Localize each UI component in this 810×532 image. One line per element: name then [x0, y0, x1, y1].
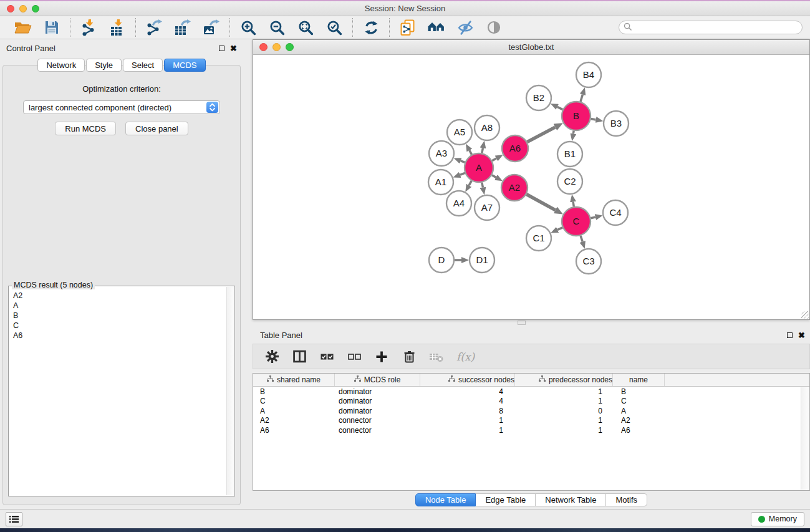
tab-edge-table[interactable]: Edge Table [476, 493, 536, 506]
table-cell[interactable]: dominator [335, 387, 420, 396]
search-box[interactable] [619, 21, 803, 34]
table-cell[interactable]: dominator [335, 407, 420, 415]
column-header-successor-nodes[interactable]: successor nodes [420, 374, 515, 386]
graph-edge-A-A4[interactable] [469, 181, 471, 185]
table-cell[interactable]: connector [335, 426, 420, 435]
table-cell[interactable]: 1 [515, 426, 613, 435]
result-item[interactable]: A [13, 301, 223, 311]
column-header-predecessor-nodes[interactable]: predecessor nodes [515, 374, 613, 386]
tab-mcds[interactable]: MCDS [164, 59, 205, 72]
deselect-all-checkboxes-icon[interactable] [347, 349, 362, 364]
table-cell[interactable]: dominator [335, 397, 420, 405]
table-row[interactable]: A2connector11A2 [253, 416, 809, 426]
zoom-selected-icon[interactable] [325, 18, 344, 37]
table-cell[interactable]: C [253, 397, 335, 405]
table-cell[interactable]: 4 [420, 387, 515, 396]
graph-node-D[interactable]: D [429, 248, 454, 273]
table-cell[interactable]: 1 [515, 416, 613, 425]
split-grip-horizontal[interactable] [518, 321, 526, 325]
graph-node-A[interactable]: A [465, 153, 493, 182]
hide-selected-icon[interactable] [456, 18, 475, 37]
apply-layout-icon[interactable] [362, 18, 380, 37]
result-item[interactable]: A6 [13, 331, 223, 341]
memory-button[interactable]: Memory [751, 512, 804, 526]
table-cell[interactable]: A2 [253, 416, 335, 425]
delete-row-icon[interactable] [402, 349, 417, 364]
graph-edge-C-C2[interactable] [573, 202, 574, 207]
table-row[interactable]: Adominator80A [253, 406, 809, 416]
table-cell[interactable]: A2 [613, 416, 665, 425]
result-item[interactable]: C [13, 321, 223, 331]
graph-edge-B-B1[interactable] [573, 131, 574, 134]
zoom-out-icon[interactable] [268, 18, 286, 37]
criterion-dropdown[interactable]: largest connected component (directed) [23, 100, 220, 114]
table-cell[interactable]: 0 [515, 407, 613, 415]
export-image-icon[interactable] [202, 18, 221, 37]
tab-select[interactable]: Select [123, 59, 163, 72]
graph-edge-B-B3[interactable] [591, 118, 596, 119]
graph-node-A1[interactable]: A1 [428, 170, 453, 195]
search-input[interactable] [635, 22, 798, 32]
graph-node-A7[interactable]: A7 [475, 195, 499, 220]
close-panel-icon[interactable]: ✖ [230, 46, 237, 51]
graph-node-B3[interactable]: B3 [604, 111, 629, 136]
zoom-in-icon[interactable] [239, 18, 258, 37]
graph-edge-C-C1[interactable] [557, 228, 562, 230]
table-row[interactable]: A6connector11A6 [253, 425, 809, 435]
table-cell[interactable]: 1 [515, 397, 613, 405]
graph-edge-B-B2[interactable] [557, 107, 563, 109]
graph-edge-A2-C[interactable] [526, 195, 555, 210]
graph-edge-A-A3[interactable] [461, 161, 465, 163]
tab-motifs[interactable]: Motifs [606, 493, 647, 506]
table-cell[interactable]: A6 [613, 426, 665, 435]
graph-edge-A-A7[interactable] [482, 183, 483, 188]
table-cell[interactable]: 1 [515, 387, 613, 396]
table-cell[interactable]: 1 [420, 426, 515, 435]
graph-node-C4[interactable]: C4 [603, 200, 628, 225]
task-history-button[interactable] [6, 512, 22, 526]
graph-node-C[interactable]: C [562, 207, 591, 236]
export-network-icon[interactable] [145, 18, 163, 37]
table-cell[interactable]: A [613, 407, 665, 415]
table-cell[interactable]: 1 [420, 416, 515, 425]
run-mcds-button[interactable]: Run MCDS [55, 122, 116, 135]
graph-node-A4[interactable]: A4 [446, 191, 471, 216]
table-row[interactable]: Cdominator41C [253, 397, 809, 407]
import-table-icon[interactable] [108, 18, 127, 37]
graph-node-B2[interactable]: B2 [526, 85, 551, 110]
settings-gear-icon[interactable] [264, 349, 279, 364]
show-hidden-icon[interactable] [485, 18, 503, 37]
graph-node-A6[interactable]: A6 [502, 135, 528, 162]
tab-node-table[interactable]: Node Table [415, 493, 476, 506]
table-scrollbar[interactable] [801, 387, 809, 490]
graph-edge-C-C3[interactable] [581, 236, 582, 242]
show-columns-icon[interactable] [292, 349, 307, 364]
add-row-icon[interactable] [374, 349, 389, 364]
table-cell[interactable]: 4 [420, 397, 515, 405]
close-window-button[interactable] [7, 5, 14, 12]
graph-node-B1[interactable]: B1 [557, 142, 582, 167]
graph-node-C1[interactable]: C1 [526, 226, 551, 251]
select-all-checkboxes-icon[interactable] [319, 349, 334, 364]
graph-node-C3[interactable]: C3 [576, 249, 601, 274]
zoom-network-window-button[interactable] [286, 43, 294, 51]
window-resize-grip[interactable] [801, 311, 809, 319]
column-header-name[interactable]: name [613, 374, 665, 386]
graph-node-A8[interactable]: A8 [475, 115, 499, 140]
graph-edge-C-C4[interactable] [591, 217, 595, 218]
save-session-icon[interactable] [42, 18, 61, 37]
column-header-shared-name[interactable]: shared name [253, 374, 335, 386]
graph-node-A5[interactable]: A5 [447, 120, 472, 145]
graph-node-A3[interactable]: A3 [429, 141, 454, 166]
close-table-panel-icon[interactable]: ✖ [798, 332, 805, 338]
table-cell[interactable]: A6 [253, 426, 335, 435]
zoom-window-button[interactable] [32, 5, 39, 12]
graph-edge-A-A2[interactable] [492, 175, 496, 178]
table-row[interactable]: Bdominator41B [253, 387, 809, 397]
table-cell[interactable]: 8 [420, 407, 515, 415]
import-network-icon[interactable] [79, 18, 98, 37]
clone-network-icon[interactable] [398, 18, 417, 37]
tab-style[interactable]: Style [86, 59, 122, 72]
table-cell[interactable]: B [613, 387, 665, 396]
graph-edge-A-A1[interactable] [460, 173, 465, 175]
